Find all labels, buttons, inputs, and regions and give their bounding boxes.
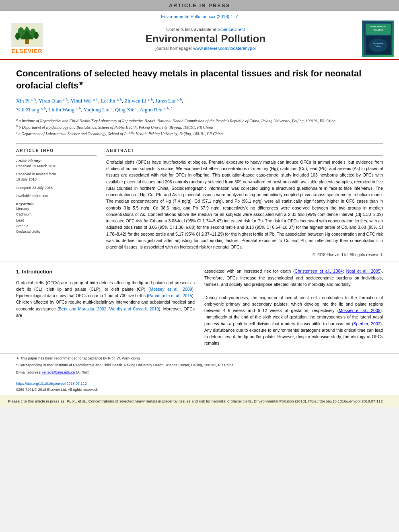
svg-text:Pollution: Pollution bbox=[375, 45, 382, 47]
sciencedirect-link[interactable]: ScienceDirect bbox=[218, 27, 245, 32]
author-yiran-qiao[interactable]: Yiran Qiao bbox=[39, 98, 62, 104]
svg-point-7 bbox=[34, 32, 39, 39]
keyword-mercury: Mercury bbox=[16, 206, 97, 212]
keywords-label: Keywords: bbox=[16, 202, 97, 206]
author-zhiwen-li[interactable]: Zhiwen Li bbox=[124, 98, 146, 104]
ref-mossey-2009[interactable]: Mossey et al., 2009 bbox=[150, 287, 192, 292]
copyright-line: © 2018 Elsevier Ltd. All rights reserved… bbox=[106, 253, 383, 257]
svg-text:POLLUTION: POLLUTION bbox=[372, 29, 383, 31]
article-in-press-banner: ARTICLE IN PRESS bbox=[0, 0, 399, 11]
doi-section: https://doi.org/10.1016/j.envpol.2018.07… bbox=[0, 378, 399, 395]
title-star: ★ bbox=[78, 80, 84, 86]
email-link[interactable]: renag@bjmu.edu.cn bbox=[42, 370, 75, 374]
banner-text: ARTICLE IN PRESS bbox=[169, 2, 230, 8]
keyword-arsenic: Arsenic bbox=[16, 223, 97, 229]
footnote-2: * Corresponding author. Institute of Rep… bbox=[16, 363, 383, 368]
svg-text:ENVIRONMENTAL: ENVIRONMENTAL bbox=[370, 26, 386, 28]
ref-panamonta-2015[interactable]: Panamonta et al., 2015 bbox=[148, 293, 192, 298]
intro-right-column: associated with an increased risk for de… bbox=[204, 268, 383, 346]
revised-text: Received in revised form 19 July 2018 bbox=[16, 172, 97, 182]
author-qing-xie[interactable]: Qing Xie bbox=[115, 107, 134, 113]
contents-available-text: Contents lists available at bbox=[166, 27, 216, 32]
journal-issue-line: Environmental Pollution xxx (2018) 1–7 bbox=[0, 14, 399, 19]
authors-line: Xin Pi a, b, Yiran Qiao a, b, Yihui Wei … bbox=[16, 97, 383, 114]
journal-title: Environmental Pollution bbox=[49, 33, 362, 45]
received-text: Received 19 March 2018 bbox=[16, 164, 97, 169]
ref-berk-marazita[interactable]: Berk and Marazita, 2002 bbox=[59, 306, 106, 311]
journal-title-center: Contents lists available at ScienceDirec… bbox=[49, 27, 362, 51]
ref-sperber-2002[interactable]: Sperber, 2002 bbox=[354, 321, 380, 326]
abstract-heading: ABSTRACT bbox=[106, 148, 383, 153]
doi-url-line: https://doi.org/10.1016/j.envpol.2018.07… bbox=[16, 381, 383, 386]
ref-ngai-2005[interactable]: Ngai et al., 2005 bbox=[346, 269, 380, 273]
affiliation-a: a a Institute of Reproductive and Child … bbox=[16, 117, 383, 124]
cover-svg: ENVIRONMENTAL POLLUTION Environmental Po… bbox=[363, 22, 393, 55]
author-yali-zhang[interactable]: Yali Zhang bbox=[16, 107, 39, 113]
intro-heading: 1. Introduction bbox=[16, 268, 195, 276]
info-divider bbox=[16, 155, 97, 156]
divider-1 bbox=[16, 143, 383, 144]
author-aiguo-ren[interactable]: Aiguo Ren bbox=[140, 107, 162, 113]
footnotes-section: ★ This paper has been recommended for ac… bbox=[0, 353, 399, 379]
journal-cover-image: ENVIRONMENTAL POLLUTION Environmental Po… bbox=[362, 21, 394, 57]
elsevier-label: ELSEVIER bbox=[11, 48, 42, 54]
author-xin-pi[interactable]: Xin Pi bbox=[16, 98, 30, 104]
main-content: Concentrations of selected heavy metals … bbox=[0, 60, 399, 261]
issn-line: 0269-7491/© 2018 Elsevier Ltd. All right… bbox=[16, 387, 383, 392]
abstract-text: Orofacial clefts (OFCs) have multifactor… bbox=[106, 159, 383, 251]
abstract-column: ABSTRACT Orofacial clefts (OFCs) have mu… bbox=[106, 148, 383, 257]
author-linlin-wang[interactable]: Linlin Wang bbox=[48, 107, 74, 113]
footnote-email: E-mail address: renag@bjmu.edu.cn (A. Re… bbox=[16, 370, 383, 376]
citation-bar: Please cite this article in press as: Pi… bbox=[0, 395, 399, 407]
introduction-section: 1. Introduction Orofacial clefts (OFCs) … bbox=[0, 261, 399, 353]
svg-point-6 bbox=[15, 33, 20, 40]
homepage-label: journal homepage: bbox=[155, 46, 192, 51]
keywords-section: Keywords: Mercury Cadmium Lead Arsenic O… bbox=[16, 202, 97, 235]
history-label: Article history: bbox=[16, 159, 97, 163]
article-info-column: ARTICLE INFO Article history: Received 1… bbox=[16, 148, 97, 257]
intro-left-column: 1. Introduction Orofacial clefts (OFCs) … bbox=[16, 268, 195, 346]
author-yihui-wei[interactable]: Yihui Wei bbox=[71, 98, 92, 104]
abstract-divider bbox=[106, 155, 383, 156]
journal-header: Environmental Pollution xxx (2018) 1–7 bbox=[0, 11, 399, 60]
ref-christensen-2004[interactable]: Christensen et al., 2004 bbox=[295, 269, 343, 273]
available-text: Available online xxx bbox=[16, 193, 97, 199]
footnote-1: ★ This paper has been recommended for ac… bbox=[16, 356, 383, 362]
author-yaqiong-liu[interactable]: Yaqiong Liu bbox=[83, 107, 109, 113]
author-lei-jin[interactable]: Lei Jin bbox=[101, 98, 115, 104]
homepage-link[interactable]: www.elsevier.com/locate/envpol bbox=[193, 46, 255, 51]
accepted-text: Accepted 23 July 2018 bbox=[16, 185, 97, 191]
svg-text:Environmental: Environmental bbox=[373, 43, 383, 44]
doi-link[interactable]: https://doi.org/10.1016/j.envpol.2018.07… bbox=[16, 382, 87, 386]
page: ARTICLE IN PRESS Environmental Pollution… bbox=[0, 0, 399, 407]
affiliations: a a Institute of Reproductive and Child … bbox=[16, 117, 383, 137]
homepage-line: journal homepage: www.elsevier.com/locat… bbox=[49, 46, 362, 51]
keyword-cadmium: Cadmium bbox=[16, 212, 97, 217]
keyword-orofacial-clefts: Orofacial clefts bbox=[16, 229, 97, 234]
elsevier-tree-image bbox=[11, 23, 43, 47]
journal-issue: Environmental Pollution xxx (2018) 1–7 bbox=[161, 14, 238, 19]
affiliation-c: c c Department of Laboratorial Science a… bbox=[16, 130, 383, 137]
elsevier-logo: ELSEVIER bbox=[5, 23, 49, 54]
ref-wehby-cassell[interactable]: Wehby and Cassell, 2010 bbox=[109, 306, 159, 311]
keyword-lead: Lead bbox=[16, 218, 97, 223]
intro-left-text: Orofacial clefts (OFCs) are a group of b… bbox=[16, 279, 195, 319]
tree-svg bbox=[13, 24, 41, 46]
contents-available-line: Contents lists available at ScienceDirec… bbox=[49, 27, 362, 32]
article-info-heading: ARTICLE INFO bbox=[16, 148, 97, 153]
info-abstract-section: ARTICLE INFO Article history: Received 1… bbox=[16, 148, 383, 257]
ref-mossey-2009-2[interactable]: Mossey et al., 2009 bbox=[339, 308, 380, 313]
journal-header-main: ELSEVIER Contents lists available at Sci… bbox=[0, 21, 399, 57]
affiliation-b: b b Department of Epidemiology and Biost… bbox=[16, 124, 383, 130]
article-title: Concentrations of selected heavy metals … bbox=[16, 68, 383, 92]
authors-text: Xin Pi a, b, Yiran Qiao a, b, Yihui Wei … bbox=[16, 98, 183, 113]
author-jufen-liu[interactable]: Jufen Liu bbox=[156, 98, 175, 104]
